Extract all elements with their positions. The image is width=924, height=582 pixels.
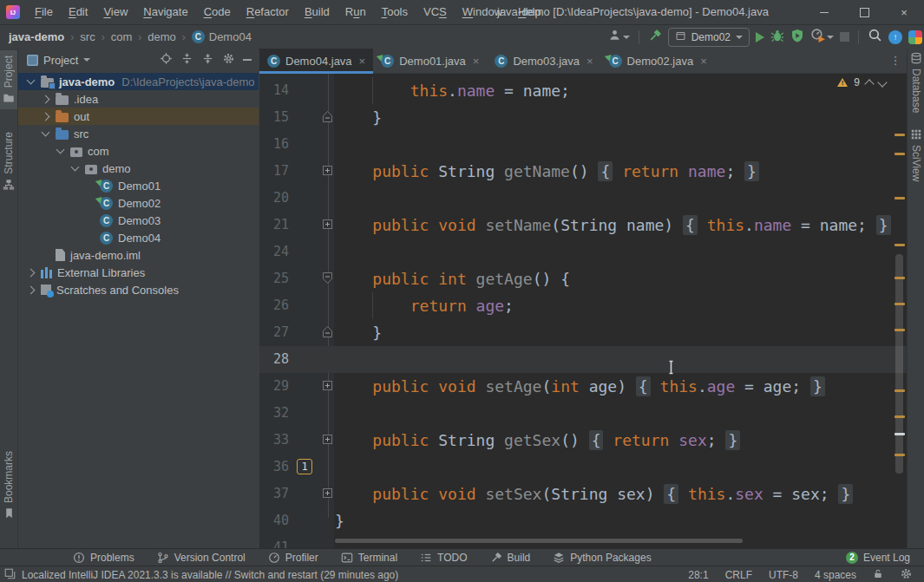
close-icon[interactable]: ×: [700, 55, 707, 68]
gear-icon[interactable]: [900, 567, 913, 582]
code-line-20[interactable]: 20: [259, 185, 907, 212]
close-button[interactable]: ×: [884, 0, 924, 24]
debug-button[interactable]: [770, 29, 784, 46]
tree-item-demo02[interactable]: Demo02: [18, 194, 259, 212]
menu-refactor[interactable]: Refactor: [239, 0, 297, 24]
stop-button[interactable]: [840, 32, 849, 42]
chevron-down-icon[interactable]: [83, 58, 90, 62]
chevron-right-icon[interactable]: [26, 285, 35, 294]
tree-item-demo03[interactable]: Demo03: [18, 212, 259, 229]
fold-plus-icon[interactable]: [323, 219, 332, 229]
tree-item-external-libraries[interactable]: External Libraries: [18, 264, 259, 281]
error-stripe-mark[interactable]: [895, 454, 905, 456]
chevron-right-icon[interactable]: [41, 95, 49, 103]
vertical-scrollbar-thumb[interactable]: [895, 254, 903, 474]
locate-file-button[interactable]: [160, 52, 173, 68]
hide-panel-button[interactable]: [243, 59, 252, 61]
breadcrumb-demo[interactable]: demo: [147, 30, 176, 43]
event-log-button[interactable]: 2 Event Log: [846, 552, 910, 564]
maximize-button[interactable]: [844, 0, 884, 24]
menu-tools[interactable]: Tools: [374, 0, 416, 24]
next-warning-icon[interactable]: [877, 77, 887, 87]
tree-item--idea[interactable]: .idea: [18, 90, 259, 108]
code-line-28[interactable]: 28: [259, 346, 907, 373]
tree-item-java-demo-iml[interactable]: java-demo.iml: [18, 246, 259, 264]
menu-navigate[interactable]: Navigate: [135, 0, 195, 24]
tree-item-java-demo[interactable]: java-demoD:\IdeaProjects\java-demo: [18, 73, 259, 90]
encoding-widget[interactable]: UTF-8: [769, 569, 798, 581]
line-separator-widget[interactable]: CRLF: [725, 569, 752, 581]
error-stripe-mark[interactable]: [895, 197, 905, 199]
collapse-all-button[interactable]: [201, 52, 214, 68]
chevron-down-icon[interactable]: [70, 163, 79, 172]
error-stripe-mark[interactable]: [895, 303, 905, 305]
tool-window-button-python-packages[interactable]: Python Packages: [553, 552, 651, 564]
breadcrumb-demo04[interactable]: Demo04: [192, 30, 252, 43]
tab-demo04[interactable]: Demo04.java×: [259, 49, 373, 73]
breadcrumb-src[interactable]: src: [80, 30, 95, 43]
chevron-down-icon[interactable]: [26, 76, 35, 85]
tool-window-button-terminal[interactable]: Terminal: [341, 552, 397, 564]
chevron-down-icon[interactable]: [56, 146, 64, 154]
menu-view[interactable]: View: [95, 0, 135, 24]
fold-plus-icon[interactable]: [323, 435, 332, 444]
tool-stripe-sciview[interactable]: SciView: [908, 128, 924, 181]
bookmark-badge[interactable]: 1: [297, 459, 312, 474]
error-stripe-mark[interactable]: [895, 415, 905, 418]
menu-vcs[interactable]: VCS: [416, 0, 455, 24]
tab-demo01[interactable]: Demo01.java×: [373, 49, 487, 73]
more-options-icon[interactable]: ⋮: [889, 54, 901, 68]
update-button[interactable]: ↑: [888, 30, 902, 44]
search-everywhere-button[interactable]: [868, 28, 882, 46]
breadcrumb-java-demo[interactable]: java-demo: [9, 30, 64, 43]
fold-end-icon[interactable]: [323, 111, 332, 122]
lock-icon[interactable]: [873, 568, 883, 582]
menu-file[interactable]: File: [27, 0, 61, 24]
error-stripe-mark[interactable]: [895, 153, 905, 155]
chevron-down-icon[interactable]: [41, 128, 49, 137]
horizontal-scrollbar[interactable]: [335, 539, 743, 543]
tab-demo02[interactable]: Demo02.java×: [601, 49, 715, 73]
error-stripe-mark[interactable]: [895, 389, 905, 392]
tool-window-button-build[interactable]: Build: [490, 552, 531, 564]
fold-start-icon[interactable]: [323, 272, 332, 284]
tree-item-demo04[interactable]: Demo04: [18, 229, 259, 246]
code-line-37[interactable]: 37 public void setSex(String sex) { this…: [259, 481, 907, 507]
tool-stripe-bookmarks[interactable]: Bookmarks: [0, 451, 17, 519]
menu-code[interactable]: Code: [196, 0, 239, 24]
code-line-40[interactable]: 40}: [259, 507, 907, 534]
code-line-17[interactable]: 17 public String getName() { return name…: [259, 158, 907, 185]
code-line-15[interactable]: 15 }: [259, 104, 907, 131]
indent-widget[interactable]: 4 spaces: [815, 569, 856, 581]
build-project-button[interactable]: [648, 29, 662, 46]
tool-window-button-profiler[interactable]: Profiler: [268, 552, 318, 564]
error-stripe-mark[interactable]: [895, 433, 905, 435]
tree-item-demo[interactable]: demo: [18, 160, 259, 177]
chevron-right-icon[interactable]: [41, 112, 49, 121]
error-stripe-mark[interactable]: [895, 244, 905, 246]
menu-build[interactable]: Build: [297, 0, 337, 24]
tool-stripe-project[interactable]: Project: [0, 50, 17, 109]
code-line-29[interactable]: 29 public void setAge(int age) { this.ag…: [259, 373, 907, 400]
code-line-27[interactable]: 27 }: [259, 319, 907, 346]
menu-edit[interactable]: Edit: [61, 0, 95, 24]
fold-end-icon[interactable]: [323, 326, 332, 337]
code-line-21[interactable]: 21 public void setName(String name) { th…: [259, 212, 907, 239]
error-stripe-mark[interactable]: [895, 329, 905, 331]
status-message[interactable]: Localized IntelliJ IDEA 2021.3.3 is avai…: [4, 568, 398, 582]
tool-window-button-todo[interactable]: TODO: [420, 552, 467, 564]
user-button[interactable]: [608, 29, 630, 45]
tree-item-scratches-and-consoles[interactable]: Scratches and Consoles: [18, 281, 259, 298]
code-line-16[interactable]: 16: [259, 131, 907, 158]
error-stripe-mark[interactable]: [895, 134, 905, 136]
error-stripe-mark[interactable]: [895, 277, 905, 279]
tool-stripe-database[interactable]: Database: [908, 52, 924, 113]
profiler-button[interactable]: [810, 28, 834, 46]
toolbox-button[interactable]: [908, 30, 922, 44]
tree-item-src[interactable]: src: [18, 125, 259, 142]
fold-plus-icon[interactable]: [323, 166, 332, 175]
gear-icon[interactable]: [222, 52, 235, 68]
fold-plus-icon[interactable]: [323, 488, 332, 498]
expand-all-button[interactable]: [180, 52, 193, 68]
code-line-36[interactable]: 361: [259, 454, 907, 481]
